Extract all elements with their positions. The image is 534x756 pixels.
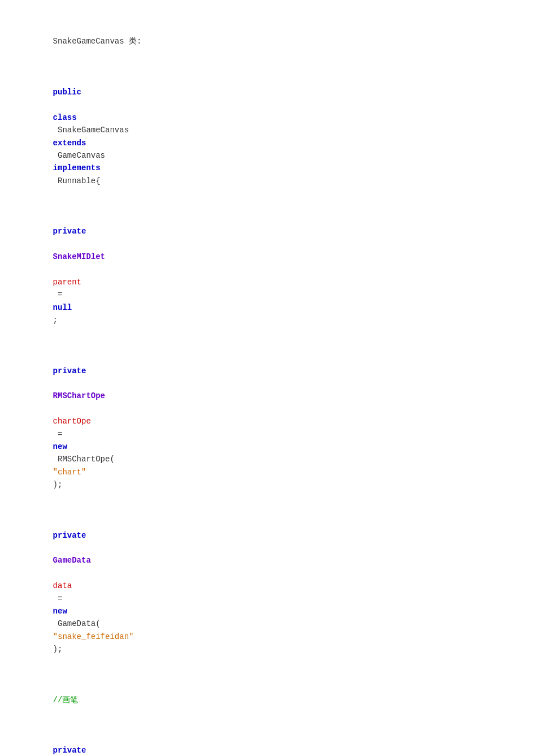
code-line: public class SnakeGameCanvas extends Gam…	[34, 61, 500, 200]
code-line: private Graphics gra = null ;	[34, 719, 500, 756]
code-line: SnakeGameCanvas 类:	[34, 23, 500, 61]
code-line: private SnakeMIDlet parent = null ;	[34, 200, 500, 339]
code-line: //画笔	[34, 668, 500, 719]
code-line: private GameData data = new GameData( "s…	[34, 504, 500, 668]
code-container: SnakeGameCanvas 类: public class SnakeGam…	[34, 23, 500, 756]
code-line: private RMSChartOpe chartOpe = new RMSCh…	[34, 339, 500, 504]
